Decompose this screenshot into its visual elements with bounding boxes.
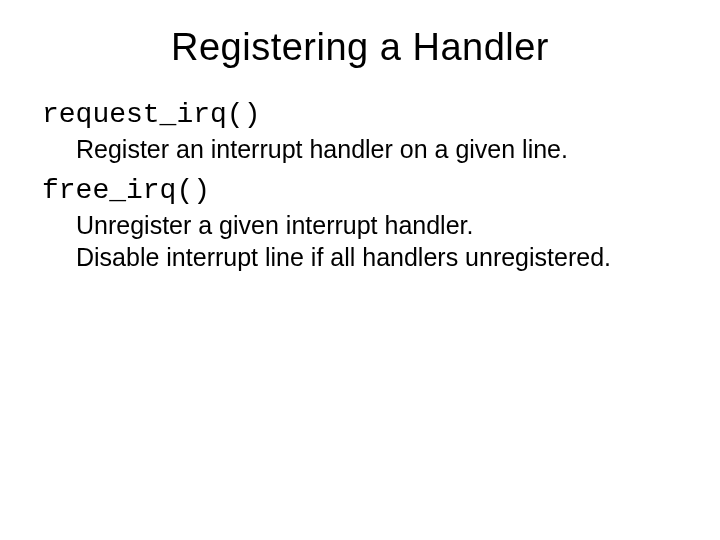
code-heading-request-irq: request_irq() [42, 99, 678, 130]
code-heading-free-irq: free_irq() [42, 175, 678, 206]
description-line: Register an interrupt handler on a given… [76, 134, 678, 165]
description-free-irq: Unregister a given interrupt handler. Di… [42, 210, 678, 273]
description-line: Unregister a given interrupt handler. [76, 210, 678, 241]
description-request-irq: Register an interrupt handler on a given… [42, 134, 678, 165]
description-line: Disable interrupt line if all handlers u… [76, 242, 678, 273]
slide: Registering a Handler request_irq() Regi… [0, 26, 720, 540]
page-title: Registering a Handler [0, 26, 720, 69]
slide-content: request_irq() Register an interrupt hand… [0, 99, 720, 273]
